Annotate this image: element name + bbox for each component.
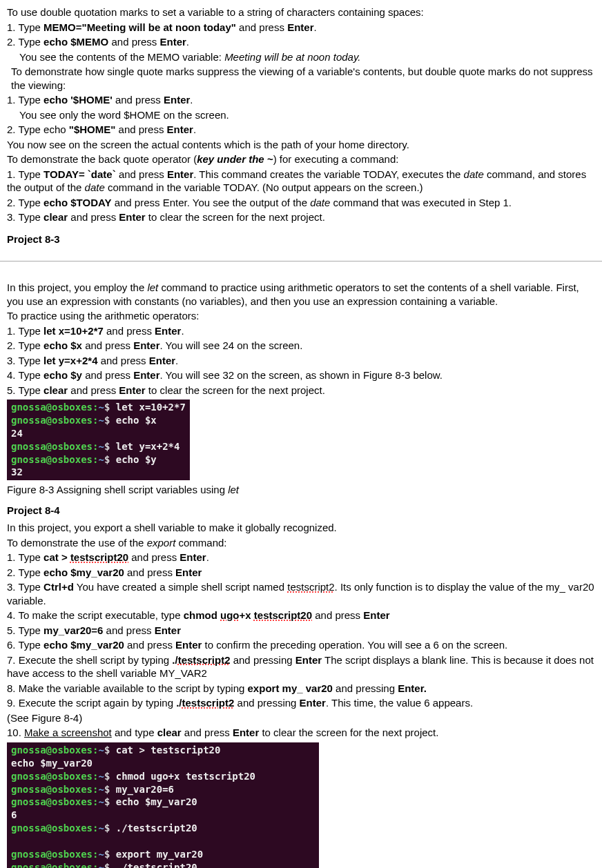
- term-cmd: echo $x: [116, 415, 157, 426]
- t: and press: [236, 21, 287, 33]
- step: 1. Type echo '$HOME' and press Enter.: [7, 93, 595, 107]
- t: . You will see 32 on the screen, as show…: [160, 369, 443, 381]
- prompt-path: ~: [98, 862, 104, 868]
- terminal-figure-8-4: gnossa@osboxes:~$ cat > testscript20 ech…: [7, 742, 319, 868]
- note: You see only the word $HOME on the scree…: [7, 108, 595, 122]
- term-cmd: export my_var20: [116, 849, 203, 860]
- t: In this project, you employ the: [7, 282, 147, 293]
- step: 2. Type echo $TODAY and press Enter. You…: [7, 196, 595, 210]
- step: 2. Type echo $MEMO and press Enter.: [7, 35, 595, 49]
- step: 3. Type let y=x+2*4 and press Enter.: [7, 354, 595, 368]
- prompt-path: ~: [98, 796, 104, 807]
- t: 7. Execute the shell script by typing: [7, 654, 172, 666]
- prompt-user: gnossa@osboxes: [11, 771, 93, 782]
- terminal-line: gnossa@osboxes:~$ export my_var20: [11, 848, 315, 861]
- t: and press: [124, 566, 175, 578]
- t: and press: [124, 639, 175, 651]
- t: To demonstrate the use of the: [7, 537, 147, 549]
- prompt-user: gnossa@osboxes: [11, 415, 93, 426]
- step: 5. Type my_var20=6 and press Enter: [7, 624, 595, 638]
- t: and press: [82, 369, 133, 381]
- key: Enter: [175, 566, 202, 578]
- cmd: let: [147, 282, 158, 293]
- key: Enter: [133, 339, 159, 351]
- t: .: [190, 94, 193, 106]
- t: and press: [103, 624, 154, 636]
- cmd: date: [310, 197, 330, 208]
- t: command that was executed in Step 1.: [330, 197, 512, 208]
- t: and pressing: [333, 682, 398, 694]
- text: To use double quotation marks to set a v…: [7, 6, 595, 19]
- t: .: [193, 124, 196, 135]
- step: 5. Type clear and press Enter to clear t…: [7, 384, 595, 397]
- t: and press: [182, 727, 233, 738]
- filename: testscript20: [254, 609, 312, 621]
- text: In this project, you export a shell vari…: [7, 521, 595, 535]
- t: .: [206, 551, 209, 563]
- t: Make a screenshot: [24, 727, 112, 738]
- step: 9. Execute the script again by typing ./…: [7, 696, 595, 710]
- t: and press: [82, 339, 133, 351]
- prompt-path: ~: [98, 771, 104, 782]
- terminal-line: gnossa@osboxes:~$ let y=x+2*4: [11, 440, 186, 453]
- key: Enter: [164, 94, 190, 106]
- cmd: let x=10+2*7: [43, 325, 104, 337]
- t: 2. Type: [7, 197, 43, 208]
- cmd: let: [228, 484, 239, 495]
- t: key under the ~: [197, 153, 273, 165]
- cmd: cat >: [43, 551, 70, 563]
- t: . You will see 24 on the screen.: [160, 339, 303, 351]
- prompt-user: gnossa@osboxes: [11, 822, 93, 834]
- step: 6. Type echo $my_var20 and press Enter t…: [7, 638, 595, 652]
- key: Enter: [287, 21, 313, 33]
- terminal-output: 6: [11, 809, 315, 822]
- step: 1. Type cat > testscript20 and press Ent…: [7, 551, 595, 564]
- prompt-user: gnossa@osboxes: [11, 849, 93, 860]
- terminal-line: gnossa@osboxes:~$ echo $my_var20: [11, 796, 315, 809]
- text: To practice using the arithmetic operato…: [7, 309, 595, 323]
- t: You have created a simple shell script n…: [74, 581, 287, 593]
- step: 1. Type let x=10+2*7 and press Enter.: [7, 324, 595, 338]
- t: 1. Type: [7, 551, 43, 563]
- term-cmd: echo $my_var20: [116, 796, 197, 807]
- prompt-user: gnossa@osboxes: [11, 862, 93, 868]
- t: Figure 8-3 Assigning shell script variab…: [7, 484, 228, 495]
- prompt-path: ~: [98, 441, 104, 452]
- step: 3. Type Ctrl+d You have created a simple…: [7, 580, 595, 607]
- prompt-user: gnossa@osboxes: [11, 454, 93, 465]
- terminal-figure-8-3: gnossa@osboxes:~$ let x=10+2*7 gnossa@os…: [7, 400, 190, 480]
- cmd: let y=x+2*4: [43, 355, 97, 366]
- project-heading: Project 8-4: [7, 504, 595, 517]
- t: and type: [112, 727, 157, 738]
- key: Enter: [133, 369, 159, 381]
- cmd: echo $y: [43, 369, 82, 381]
- step: 4. Type echo $y and press Enter. You wil…: [7, 368, 595, 382]
- text: To demonstrate how single quote marks su…: [7, 65, 595, 92]
- prompt-user: gnossa@osboxes: [11, 402, 93, 413]
- terminal-line: gnossa@osboxes:~$ let x=10+2*7: [11, 401, 186, 414]
- t: You see the contents of the MEMO variabl…: [19, 51, 224, 63]
- t: and press: [116, 168, 167, 180]
- step: 2. Type echo "$HOME" and press Enter.: [7, 123, 595, 137]
- cmd: ./: [176, 697, 182, 709]
- step: 4. To make the script executable, type c…: [7, 609, 595, 622]
- t: . This command creates the variable TODA…: [193, 168, 463, 180]
- step: 7. Execute the shell script by typing ./…: [7, 653, 595, 680]
- t: and press Enter. You see the output of t…: [111, 197, 310, 208]
- step: 8. Make the variable available to the sc…: [7, 682, 595, 696]
- t: and press: [104, 325, 155, 337]
- term-cmd: my_var20=6: [116, 784, 174, 795]
- cmd: clear: [43, 384, 68, 396]
- prompt-user: gnossa@osboxes: [11, 796, 93, 807]
- t: 6. Type: [7, 639, 43, 651]
- t: 1. Type: [7, 168, 43, 180]
- step: 2. Type echo $x and press Enter. You wil…: [7, 339, 595, 353]
- terminal-line: gnossa@osboxes:~$ ./testscript20: [11, 861, 315, 868]
- t: to confirm the preceding operation. You …: [202, 639, 507, 651]
- cmd: export: [147, 537, 176, 549]
- cmd: echo $TODAY: [43, 197, 111, 208]
- terminal-output: 32: [11, 466, 186, 479]
- t: and press: [68, 384, 119, 396]
- term-cmd: chmod ugo+x testscript20: [116, 771, 255, 782]
- t: and press: [113, 94, 164, 106]
